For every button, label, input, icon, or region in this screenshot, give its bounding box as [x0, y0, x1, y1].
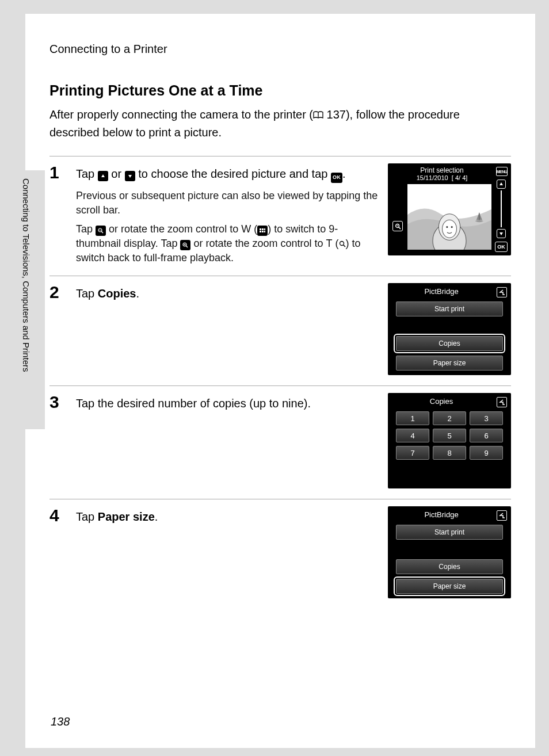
step-1: 1 Tap or to choose the desired picture a… [49, 156, 511, 276]
tele-symbol: T [326, 238, 333, 249]
page-header: Connecting to a Printer [49, 43, 511, 56]
screen-date-line: 15/11/2010 [ 4/ 4] [388, 174, 511, 181]
zoom-out-icon [96, 226, 106, 236]
step-headline: Tap the desired number of copies (up to … [76, 395, 379, 411]
numpad-8[interactable]: 8 [433, 446, 466, 460]
screen-title: Copies [388, 393, 511, 411]
text: . [155, 510, 158, 523]
numpad-9[interactable]: 9 [470, 446, 503, 460]
text: . [342, 167, 346, 180]
text: . [136, 287, 140, 300]
text: to choose the desired picture and tap [135, 167, 331, 180]
numpad-1[interactable]: 1 [396, 411, 429, 425]
step-body: Tap Copies. [76, 283, 379, 301]
step-4: 4 Tap Paper size. PictBridge Start print… [49, 499, 511, 609]
step-number: 1 [49, 163, 67, 182]
back-button[interactable] [497, 510, 507, 521]
text: or rotate the zoom control to [190, 238, 326, 249]
screen-title: PictBridge [388, 506, 511, 525]
steps-list: 1 Tap or to choose the desired picture a… [49, 156, 511, 609]
svg-point-23 [446, 226, 448, 228]
intro-paragraph: After properly connecting the camera to … [49, 106, 511, 141]
magnifier-outline-icon [339, 240, 346, 247]
numpad-5[interactable]: 5 [433, 429, 466, 442]
thumbnail-grid-icon [257, 226, 268, 236]
text: Tap [76, 287, 98, 300]
svg-rect-3 [260, 228, 261, 230]
screen-counter: [ 4/ 4] [452, 174, 468, 181]
step-number: 3 [49, 393, 67, 411]
copies-button[interactable]: Copies [396, 559, 503, 574]
page: Connecting to Televisions, Computers and… [25, 14, 535, 748]
numpad-7[interactable]: 7 [396, 446, 429, 460]
step-3: 3 Tap the desired number of copies (up t… [49, 385, 511, 499]
wide-symbol: W [241, 223, 251, 235]
step-number: 2 [49, 283, 67, 301]
zoom-out-button[interactable] [392, 221, 403, 231]
copies-button[interactable]: Copies [396, 336, 503, 351]
menu-button[interactable]: MENU [496, 167, 508, 176]
numpad-2[interactable]: 2 [433, 411, 466, 425]
svg-rect-5 [264, 228, 265, 230]
text: or [108, 167, 125, 180]
screen-print-selection: Print selection 15/11/2010 [ 4/ 4] MENU … [388, 163, 511, 255]
step-headline: Tap Copies. [76, 285, 379, 301]
back-button[interactable] [497, 397, 507, 407]
svg-rect-7 [262, 231, 264, 232]
screen-title: Print selection [388, 163, 511, 174]
svg-rect-4 [262, 228, 264, 230]
step-body: Tap or to choose the desired picture and… [76, 163, 379, 265]
step-2: 2 Tap Copies. PictBridge Start print Cop… [49, 276, 511, 385]
step-detail-1: Previous or subsequent picture can also … [76, 189, 379, 217]
text: ( [251, 223, 257, 235]
up-arrow-icon [98, 171, 108, 181]
step-headline: Tap or to choose the desired picture and… [76, 166, 379, 183]
scroll-up-button[interactable] [497, 180, 506, 189]
svg-rect-8 [264, 231, 265, 232]
paper-size-button[interactable]: Paper size [396, 356, 503, 371]
intro-text-a: After properly connecting the camera to … [49, 108, 313, 121]
ok-button[interactable]: OK [495, 242, 508, 252]
svg-point-13 [340, 242, 344, 246]
page-number: 138 [51, 715, 70, 728]
step-detail-2: Tap or rotate the zoom control to W () t… [76, 222, 379, 266]
book-icon [313, 106, 323, 124]
svg-line-1 [101, 231, 103, 233]
svg-line-16 [398, 227, 400, 228]
text: Tap [76, 167, 98, 180]
intro-ref: 137 [323, 108, 346, 121]
down-arrow-icon [125, 171, 135, 181]
screen-title: PictBridge [388, 283, 511, 301]
step-body: Tap Paper size. [76, 506, 379, 525]
step-headline: Tap Paper size. [76, 509, 379, 525]
sidebar-section-label: Connecting to Televisions, Computers and… [21, 178, 31, 372]
screen-pictbridge-papersize: PictBridge Start print Copies Paper size [388, 506, 511, 598]
numpad-3[interactable]: 3 [470, 411, 503, 425]
ok-icon: OK [331, 173, 342, 183]
svg-rect-6 [260, 231, 261, 232]
start-print-button[interactable]: Start print [396, 301, 503, 316]
step-number: 4 [49, 506, 67, 525]
copies-label: Copies [98, 287, 136, 300]
zoom-in-icon [180, 240, 190, 250]
text: Tap [76, 223, 96, 235]
numpad-4[interactable]: 4 [396, 429, 429, 442]
svg-point-24 [451, 226, 453, 228]
numpad: 1 2 3 4 5 6 7 8 9 [396, 411, 503, 460]
start-print-button[interactable]: Start print [396, 525, 503, 540]
paper-size-button[interactable]: Paper size [396, 579, 503, 594]
svg-line-10 [186, 246, 188, 247]
numpad-6[interactable]: 6 [470, 429, 503, 442]
screen-copies-numpad: Copies 1 2 3 4 5 6 7 8 9 [388, 393, 511, 488]
screen-date: 15/11/2010 [417, 174, 448, 181]
text: or rotate the zoom control to [106, 223, 241, 235]
photo-preview [407, 184, 491, 250]
paper-size-label: Paper size [98, 510, 155, 523]
scroll-track[interactable] [501, 190, 502, 227]
text: Tap [76, 510, 98, 523]
text: ( [333, 238, 339, 249]
svg-point-22 [443, 220, 457, 238]
scroll-down-button[interactable] [497, 229, 506, 238]
back-button[interactable] [497, 287, 507, 297]
scrollbar[interactable] [497, 180, 506, 238]
